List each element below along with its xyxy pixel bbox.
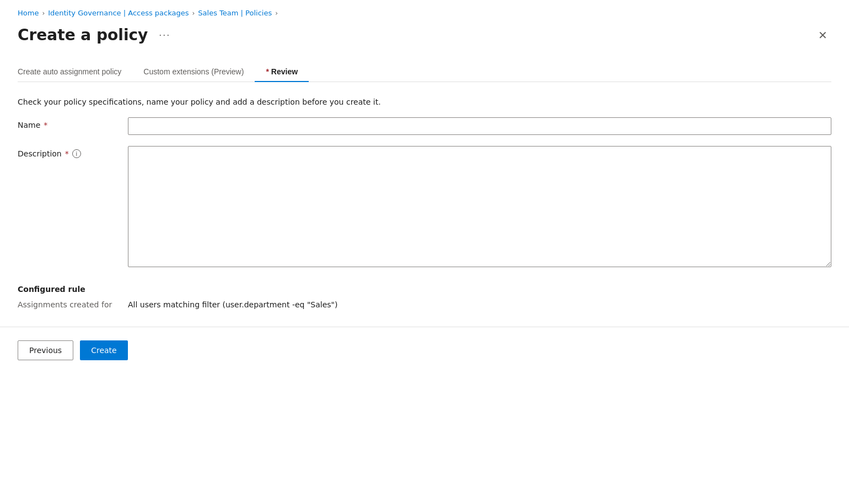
name-label: Name *: [18, 117, 128, 129]
assignments-label: Assignments created for: [18, 300, 128, 309]
configured-rule-section: Configured rule Assignments created for …: [18, 285, 831, 309]
description-label: Description * i: [18, 146, 128, 158]
description-required-star: *: [65, 149, 69, 158]
close-icon: ✕: [818, 29, 827, 42]
assignments-value: All users matching filter (user.departme…: [128, 300, 338, 309]
tab-custom-extensions[interactable]: Custom extensions (Preview): [132, 62, 255, 82]
breadcrumb: Home › Identity Governance | Access pack…: [18, 9, 831, 17]
breadcrumb-identity-governance[interactable]: Identity Governance | Access packages: [48, 9, 189, 17]
breadcrumb-sep-2: ›: [192, 9, 195, 17]
page-header-left: Create a policy ···: [18, 26, 175, 44]
tab-auto-assignment-label: Create auto assignment policy: [18, 67, 121, 76]
description-form-row: Description * i: [18, 146, 831, 267]
breadcrumb-home[interactable]: Home: [18, 9, 39, 17]
description-label-text: Description: [18, 149, 62, 158]
breadcrumb-sep-1: ›: [42, 9, 45, 17]
footer-actions: Previous Create: [18, 327, 831, 360]
tab-bar: Create auto assignment policy Custom ext…: [18, 62, 831, 82]
create-button[interactable]: Create: [80, 340, 128, 360]
description-textarea[interactable]: [128, 146, 831, 267]
page-header: Create a policy ··· ✕: [18, 26, 831, 44]
page-title: Create a policy: [18, 26, 148, 44]
breadcrumb-sales-team[interactable]: Sales Team | Policies: [198, 9, 272, 17]
description-info-icon[interactable]: i: [72, 149, 81, 158]
tab-review-label: Review: [271, 67, 298, 76]
name-label-text: Name: [18, 121, 40, 129]
page-container: Home › Identity Governance | Access pack…: [0, 0, 849, 378]
tab-custom-extensions-label: Custom extensions (Preview): [143, 67, 244, 76]
form-description: Check your policy specifications, name y…: [18, 97, 831, 106]
configured-rule-title: Configured rule: [18, 285, 831, 294]
tab-review[interactable]: *Review: [255, 62, 309, 82]
name-input[interactable]: [128, 117, 831, 135]
breadcrumb-sep-3: ›: [275, 9, 278, 17]
name-required-star: *: [44, 121, 47, 129]
name-form-row: Name *: [18, 117, 831, 135]
more-options-button[interactable]: ···: [154, 27, 175, 43]
rule-row: Assignments created for All users matchi…: [18, 300, 831, 309]
tab-review-required-star: *: [266, 67, 268, 76]
previous-button[interactable]: Previous: [18, 340, 73, 360]
tab-auto-assignment[interactable]: Create auto assignment policy: [18, 62, 132, 82]
close-button[interactable]: ✕: [814, 26, 831, 44]
